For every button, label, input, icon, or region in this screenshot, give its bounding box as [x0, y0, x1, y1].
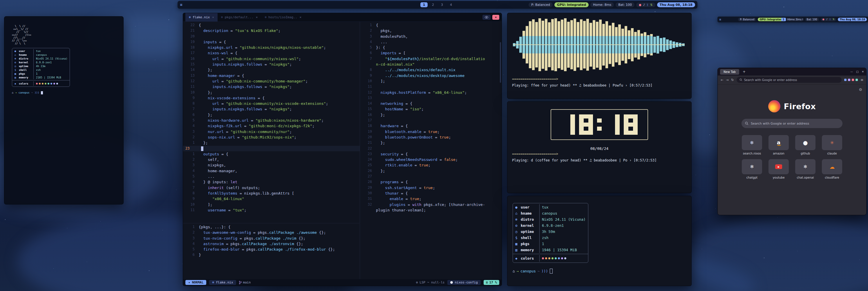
terminal-window[interactable]: \ \ // ==\__\/ // // \// ==// //== //\__…	[4, 16, 124, 204]
shortcut-tile-claude[interactable]: ✳claude	[820, 135, 844, 155]
personalize-gear-icon[interactable]: ⚙	[859, 87, 862, 92]
code-line: 22{	[183, 22, 360, 28]
workspace-button-3[interactable]: 3	[794, 18, 799, 21]
new-tab-button[interactable]: +	[742, 70, 747, 74]
extension-icon[interactable]	[856, 79, 858, 81]
code-line: 8 url = "github:nix-community/nix-vscode…	[183, 101, 360, 106]
record-icon[interactable]: ●	[639, 3, 642, 6]
editor-tab-hosts/isoImag..[interactable]: ❄hosts/isoImag..×	[261, 13, 305, 22]
menu-button[interactable]: ≡	[861, 78, 863, 82]
shell-prompt[interactable]: ⌂→canopus~)))	[12, 91, 116, 94]
back-button[interactable]: ←	[721, 78, 723, 82]
code-line: 4 ...	[360, 39, 502, 45]
digital-clock	[551, 109, 648, 140]
code-line: 7 "${modulesPath}/installer/cd-dvd/insta…	[360, 56, 502, 62]
bluetooth-icon[interactable]: ᛒ	[829, 18, 831, 21]
workspace-button-4[interactable]: 4	[447, 2, 455, 7]
workspace-list: 1234	[781, 18, 805, 21]
system-tray: ●♪ᛒ⇅	[636, 3, 655, 7]
firefox-wordmark: Firefox	[784, 102, 816, 111]
code-line: 22	[360, 146, 502, 151]
close-button[interactable]: ✕	[862, 70, 864, 73]
tab-label: pkgs/default...	[224, 16, 253, 19]
tab-close-icon[interactable]: ×	[300, 16, 302, 19]
tab-label: flake.nix	[193, 16, 210, 19]
workspace-button-2[interactable]: 2	[429, 2, 437, 7]
tab-title: New Tab	[723, 70, 736, 74]
shell-prompt[interactable]: ⌂→canopus~)))	[513, 268, 686, 274]
maximize-button[interactable]: □	[856, 70, 859, 73]
prompt-token: →	[15, 91, 17, 94]
minimize-button[interactable]: —	[850, 70, 853, 73]
visualizer-window[interactable]: =====================> Playing: ffee for…	[507, 13, 692, 99]
fetch-row-kernel: ⚙kernel6.9.8-zen1	[513, 223, 588, 229]
clock-segment[interactable]: Thu Aug 08, 18:18	[657, 2, 695, 7]
clock-digit	[579, 114, 593, 135]
close-window-button[interactable]: ×	[492, 15, 499, 20]
network-icon[interactable]: ⇅	[650, 3, 652, 6]
workspace-button-1[interactable]: 1	[781, 18, 786, 21]
code-line: 5 ...	[183, 174, 360, 179]
firefox-tab[interactable]: New Tab	[720, 69, 739, 75]
extension-icon[interactable]	[844, 79, 846, 81]
reload-button[interactable]: ↻	[731, 78, 734, 82]
shortcut-tile-chat.openai[interactable]: ✻chat.openai	[793, 159, 817, 179]
menu-icon[interactable]: ≡	[719, 18, 721, 21]
web-search-input[interactable]: Search with Google or enter address	[742, 119, 842, 128]
workspace-button-4[interactable]: 4	[800, 18, 805, 21]
fetch-window[interactable]: ●usertux⌂hnamecanopus❄distroNixOS 24.11 …	[507, 196, 692, 286]
pane-iso-image-nix[interactable]: 1{2 pkgs,3 modulesPath,4 ...5}: {6 impor…	[360, 22, 502, 279]
pane-flake-nix[interactable]: 22{21 description = "tux's NixOS Flake";…	[183, 22, 360, 223]
shortcut-tile-amazon[interactable]: aamazon	[767, 135, 791, 155]
editor-body: 22{21 description = "tux's NixOS Flake";…	[183, 22, 502, 279]
editor-tab-pkgs/default...[interactable]: ❄pkgs/default...×	[218, 13, 261, 22]
prompt-token: canopus	[521, 268, 536, 274]
volume-icon[interactable]: ♪	[826, 18, 828, 21]
menu-icon[interactable]: ≡	[180, 3, 183, 7]
editor-window[interactable]: ❄flake.nix×❄pkgs/default...×❄hosts/isoIm…	[183, 13, 502, 286]
workspace-button-2[interactable]: 2	[788, 18, 792, 21]
tab-close-icon[interactable]: ×	[256, 16, 258, 19]
forward-button[interactable]: →	[726, 78, 728, 82]
pane-pkgs-default-nix[interactable]: 1{pkgs, ...}: {2 tux-awesome-wm-config =…	[183, 224, 360, 279]
palette-dot	[56, 83, 58, 85]
clock-window[interactable]: 08/08/24 =====================> Playing:…	[507, 101, 692, 193]
clock-segment[interactable]: Thu Aug 08, 18:18	[838, 18, 867, 22]
workspace-button-1[interactable]: 1	[421, 2, 428, 7]
code-line: 12 nixpkgs.hostPlatform = "x86_64-linux"…	[360, 90, 502, 95]
shortcut-tile-search.nixos[interactable]: ❄search.nixos	[740, 135, 764, 155]
extension-icon[interactable]	[852, 79, 854, 81]
palette-dot	[51, 83, 52, 85]
record-icon[interactable]: ●	[823, 18, 825, 21]
code-line: 7 inputs.nixpkgs.follows = "nixpkgs";	[183, 106, 360, 112]
volume-icon[interactable]: ♪	[643, 3, 645, 6]
bluetooth-icon[interactable]: ᛒ	[647, 3, 648, 6]
preview-toggle-button[interactable]	[483, 15, 491, 20]
new-tab-page: ⚙ Firefox Search with Google or enter ad…	[718, 85, 866, 215]
extension-icon[interactable]	[848, 79, 850, 81]
prompt-token: )))	[34, 91, 39, 94]
shortcut-tile-cloudflare[interactable]: ☁cloudflare	[820, 159, 844, 179]
code-line: 29 ssh.startAgent = true;	[360, 185, 502, 191]
lines-icon: ≡	[486, 281, 488, 284]
clock-digit	[624, 114, 638, 135]
tabline: ❄flake.nix×❄pkgs/default...×❄hosts/isoIm…	[183, 13, 502, 22]
scrollbar[interactable]	[500, 42, 501, 83]
workspace-button-3[interactable]: 3	[438, 2, 445, 7]
shortcut-label: claude	[820, 152, 844, 155]
shortcut-tile-chatgpt[interactable]: ✻chatgpt	[740, 159, 764, 179]
code-line: 9 nix-vscode-extensions = {	[183, 95, 360, 101]
shortcut-tile-github[interactable]: ●github	[793, 135, 817, 155]
editor-tab-flake.nix[interactable]: ❄flake.nix×	[185, 13, 218, 22]
tab-close-icon[interactable]: ×	[212, 16, 214, 19]
firefox-window[interactable]: New Tab + — □ ✕ ← → ↻ Search with Google…	[717, 68, 867, 215]
audio-visualizer	[507, 15, 691, 76]
shortcut-label: chatgpt	[740, 176, 764, 179]
url-bar[interactable]: Search with Google or enter address	[737, 77, 842, 83]
fetch-row-distro: ❄distroNixOS 24.11 (Vicuna)	[12, 57, 70, 60]
shortcut-tile-youtube[interactable]: ▶youtube	[767, 159, 791, 179]
code-line: 5 firefox-mod-blur = pkgs.callPackage ./…	[183, 246, 360, 252]
palette-dot	[548, 257, 550, 259]
code-line: 9 ../../modules/nixos/desktop/awesome	[360, 73, 502, 79]
network-icon[interactable]: ⇅	[833, 18, 835, 21]
